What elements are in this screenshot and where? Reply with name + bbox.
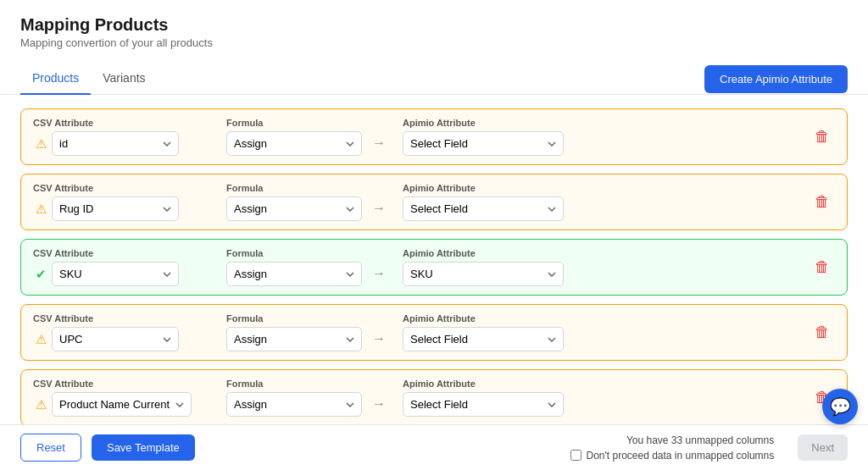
warning-icon-5: ⚠ [33, 397, 48, 412]
tabs-bar: Products Variants Create Apimio Attribut… [0, 58, 868, 95]
formula-label-5: Formula [226, 379, 362, 389]
mapping-row-3: CSV Attribute ✔ SKU Formula Assign → Api… [20, 239, 848, 296]
csv-label-1: CSV Attribute [33, 118, 220, 128]
delete-col-2: 🗑 [801, 190, 835, 214]
apimio-field-group-2: Apimio Attribute Select Field [403, 183, 564, 221]
warning-icon-2: ⚠ [33, 202, 48, 217]
formula-field-group-1: Formula Assign [226, 118, 362, 156]
apimio-label-5: Apimio Attribute [403, 379, 564, 389]
csv-field-group-2: CSV Attribute ⚠ Rug ID [33, 183, 220, 221]
page-title: Mapping Products [20, 15, 848, 35]
formula-label-1: Formula [226, 118, 362, 128]
formula-select-3[interactable]: Assign [226, 262, 362, 286]
page-subtitle: Mapping convertion of your all products [20, 36, 848, 49]
formula-field-group-4: Formula Assign [226, 313, 362, 351]
tab-products[interactable]: Products [20, 64, 91, 95]
csv-label-2: CSV Attribute [33, 183, 220, 193]
formula-label-4: Formula [226, 313, 362, 323]
mapping-row-4: CSV Attribute ⚠ UPC Formula Assign → Api… [20, 304, 848, 361]
delete-col-3: 🗑 [801, 255, 835, 279]
apimio-select-3[interactable]: SKU [403, 262, 564, 286]
warning-icon-1: ⚠ [33, 136, 48, 152]
tabs: Products Variants [20, 64, 158, 94]
apimio-field-group-5: Apimio Attribute Select Field [403, 379, 564, 417]
mapping-row-1: CSV Attribute ⚠ id Formula Assign → Apim… [20, 108, 848, 165]
arrow-3: → [362, 266, 396, 281]
formula-label-3: Formula [226, 248, 362, 258]
header: Mapping Products Mapping convertion of y… [0, 0, 868, 58]
page: Mapping Products Mapping convertion of y… [0, 0, 868, 470]
apimio-field-group-4: Apimio Attribute Select Field [403, 313, 564, 351]
delete-col-1: 🗑 [801, 124, 835, 149]
arrow-5: → [362, 396, 396, 412]
csv-select-1[interactable]: id [52, 131, 179, 156]
csv-field-group-3: CSV Attribute ✔ SKU [33, 248, 220, 286]
unmapped-info: You have 33 unmapped columns Don't proce… [570, 434, 775, 462]
formula-label-2: Formula [226, 183, 362, 193]
csv-label-3: CSV Attribute [33, 248, 220, 258]
next-button[interactable]: Next [798, 434, 848, 461]
formula-select-4[interactable]: Assign [226, 327, 362, 351]
csv-select-4[interactable]: UPC [52, 327, 179, 351]
unmapped-message: You have 33 unmapped columns [626, 434, 774, 446]
tab-variants[interactable]: Variants [91, 64, 157, 95]
arrow-4: → [362, 331, 396, 346]
delete-col-4: 🗑 [801, 320, 835, 345]
apimio-label-3: Apimio Attribute [403, 248, 564, 258]
arrow-2: → [362, 201, 396, 216]
dont-proceed-label: Don't proceed data in unmapped columns [587, 450, 775, 462]
apimio-label-4: Apimio Attribute [403, 313, 564, 323]
csv-select-5[interactable]: Product Name Current [52, 392, 192, 417]
dont-proceed-checkbox[interactable] [570, 450, 581, 461]
create-apimio-attribute-button[interactable]: Create Apimio Attribute [704, 65, 848, 93]
formula-select-5[interactable]: Assign [226, 392, 362, 417]
formula-field-group-3: Formula Assign [226, 248, 362, 286]
apimio-select-4[interactable]: Select Field [403, 327, 564, 351]
delete-button-2[interactable]: 🗑 [810, 190, 835, 214]
check-icon-3: ✔ [33, 267, 48, 282]
bottom-bar: Reset Save Template You have 33 unmapped… [0, 424, 868, 470]
delete-button-4[interactable]: 🗑 [810, 320, 835, 345]
csv-field-group-5: CSV Attribute ⚠ Product Name Current [33, 379, 220, 417]
formula-select-2[interactable]: Assign [226, 196, 362, 221]
apimio-select-1[interactable]: Select Field [403, 131, 564, 156]
mapping-row-2: CSV Attribute ⚠ Rug ID Formula Assign → … [20, 174, 848, 230]
formula-field-group-5: Formula Assign [226, 379, 362, 417]
apimio-field-group-1: Apimio Attribute Select Field [403, 118, 564, 156]
apimio-select-2[interactable]: Select Field [403, 196, 564, 221]
mapping-row-5: CSV Attribute ⚠ Product Name Current For… [20, 369, 848, 426]
mapping-content: CSV Attribute ⚠ id Formula Assign → Apim… [0, 95, 868, 463]
csv-select-3[interactable]: SKU [52, 262, 179, 286]
csv-field-group-4: CSV Attribute ⚠ UPC [33, 313, 220, 351]
csv-label-5: CSV Attribute [33, 379, 220, 389]
formula-select-1[interactable]: Assign [226, 131, 362, 156]
apimio-select-5[interactable]: Select Field [403, 392, 564, 417]
save-template-button[interactable]: Save Template [92, 434, 195, 461]
warning-icon-4: ⚠ [33, 332, 48, 347]
apimio-label-2: Apimio Attribute [403, 183, 564, 193]
delete-button-1[interactable]: 🗑 [810, 124, 835, 149]
arrow-1: → [362, 135, 396, 151]
reset-button[interactable]: Reset [20, 434, 81, 462]
formula-field-group-2: Formula Assign [226, 183, 362, 221]
dont-proceed-row: Don't proceed data in unmapped columns [570, 450, 775, 462]
chat-bubble-button[interactable]: 💬 [822, 389, 858, 424]
csv-label-4: CSV Attribute [33, 313, 220, 323]
csv-field-group-1: CSV Attribute ⚠ id [33, 118, 220, 156]
csv-select-2[interactable]: Rug ID [52, 196, 179, 221]
apimio-label-1: Apimio Attribute [403, 118, 564, 128]
apimio-field-group-3: Apimio Attribute SKU [403, 248, 564, 286]
delete-button-3[interactable]: 🗑 [810, 255, 835, 279]
